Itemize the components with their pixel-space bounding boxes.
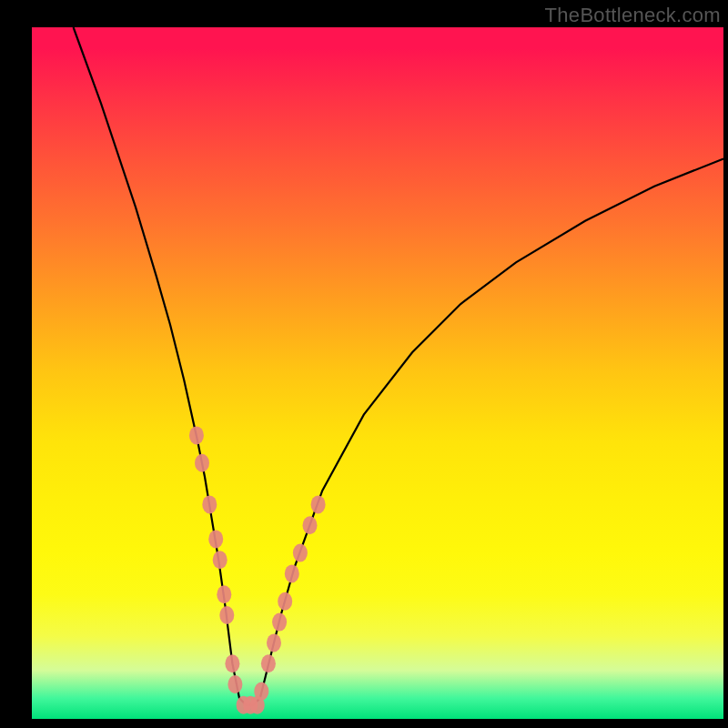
marker-point [208, 530, 223, 548]
marker-point [219, 606, 234, 624]
marker-point [228, 675, 242, 693]
marker-point [202, 495, 217, 513]
marker-point [261, 654, 276, 672]
marker-point [267, 633, 281, 652]
marker-point [225, 654, 239, 672]
chart-frame: TheBottleneck.com [0, 0, 728, 728]
marker-point [213, 551, 228, 569]
bottleneck-curve [74, 27, 723, 705]
marker-point [278, 592, 292, 611]
chart-svg [0, 0, 728, 728]
marker-group [189, 426, 326, 713]
marker-point [217, 585, 231, 603]
marker-point [189, 426, 204, 444]
marker-point [285, 564, 299, 582]
marker-point [311, 495, 326, 513]
watermark-label: TheBottleneck.com [545, 4, 721, 27]
marker-point [272, 613, 287, 632]
marker-point [195, 454, 209, 472]
marker-point [303, 516, 318, 534]
marker-point [293, 544, 308, 562]
marker-point [254, 682, 268, 701]
